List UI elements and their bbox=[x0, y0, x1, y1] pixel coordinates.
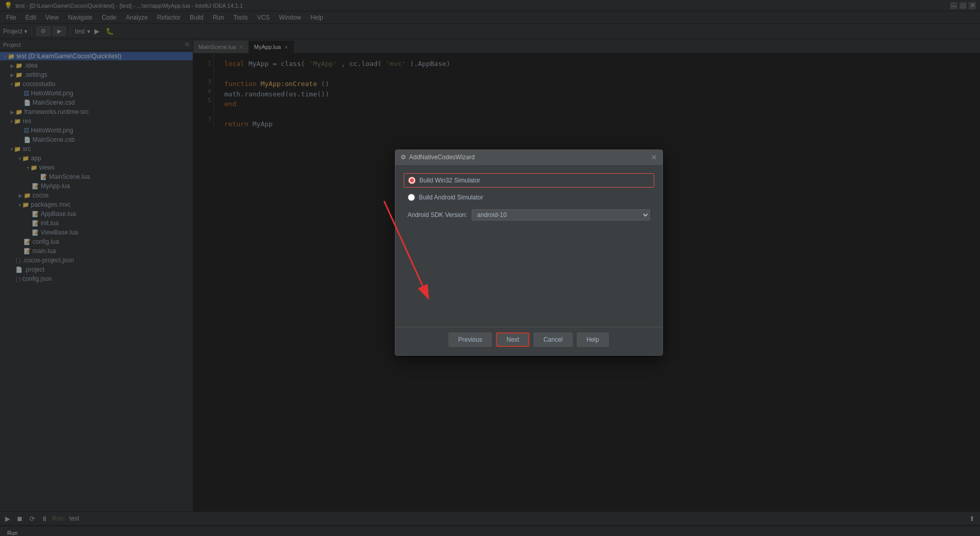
option-android-label: Build Android Simulator bbox=[419, 194, 484, 201]
option-android[interactable]: Build Android Simulator bbox=[404, 191, 654, 204]
dialog-spacer bbox=[395, 277, 662, 327]
dialog-title-text: AddNativeCodesWizard bbox=[409, 154, 475, 161]
option-win32-label: Build Win32 Simulator bbox=[420, 177, 480, 184]
help-button[interactable]: Help bbox=[577, 332, 609, 347]
dialog-title: ⚙ AddNativeCodesWizard bbox=[401, 154, 475, 161]
dialog-icon: ⚙ bbox=[401, 154, 406, 161]
wizard-dialog: ⚙ AddNativeCodesWizard ✕ Build Win32 Sim… bbox=[395, 149, 663, 356]
sdk-select[interactable]: android-10 bbox=[472, 209, 650, 221]
dialog-close-button[interactable]: ✕ bbox=[651, 153, 657, 161]
dialog-footer: Previous Next Cancel Help bbox=[395, 327, 662, 355]
cancel-button[interactable]: Cancel bbox=[534, 332, 572, 347]
dialog-body: Build Win32 Simulator Build Android Simu… bbox=[395, 165, 662, 277]
sdk-row: Android SDK Version: android-10 bbox=[404, 207, 654, 223]
radio-android[interactable] bbox=[408, 194, 415, 201]
next-button[interactable]: Next bbox=[496, 332, 529, 347]
dialog-titlebar: ⚙ AddNativeCodesWizard ✕ bbox=[395, 150, 662, 165]
option-win32[interactable]: Build Win32 Simulator bbox=[404, 173, 654, 188]
previous-button[interactable]: Previous bbox=[449, 332, 492, 347]
sdk-label: Android SDK Version: bbox=[408, 211, 468, 219]
dialog-overlay: ⚙ AddNativeCodesWizard ✕ Build Win32 Sim… bbox=[0, 0, 980, 536]
radio-win32[interactable] bbox=[408, 177, 416, 184]
